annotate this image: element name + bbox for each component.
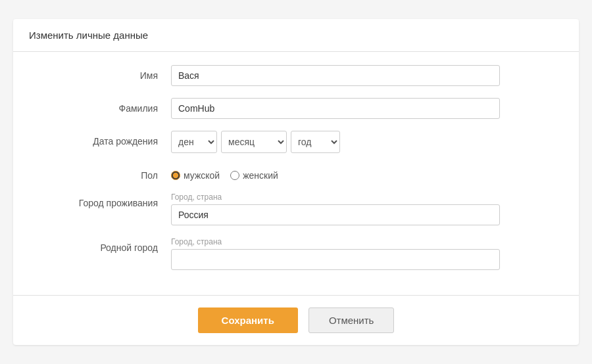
last-name-label: Фамилия [39, 98, 171, 114]
day-select[interactable]: ден [171, 131, 217, 153]
city-hint: Город, страна [171, 193, 553, 202]
form-title: Изменить личные данные [29, 30, 148, 41]
birth-date-label: Дата рождения [39, 131, 171, 147]
first-name-input[interactable] [171, 65, 500, 86]
form-body: Имя Фамилия Дата рождения ден месяц [13, 52, 579, 295]
gender-radio-group: мужской женский [171, 165, 553, 181]
gender-female-radio[interactable] [230, 171, 239, 180]
hometown-wrap: Город, страна [171, 237, 553, 270]
hometown-label: Родной город [39, 237, 171, 253]
gender-male-label: мужской [184, 170, 220, 181]
city-wrap: Город, страна [171, 193, 553, 225]
hometown-input[interactable] [171, 249, 500, 270]
gender-female-label: женский [243, 170, 278, 181]
first-name-wrap [171, 65, 553, 86]
gender-label: Пол [39, 165, 171, 181]
gender-wrap: мужской женский [171, 165, 553, 181]
first-name-row: Имя [39, 65, 553, 86]
form-container: Изменить личные данные Имя Фамилия Дата … [13, 19, 579, 345]
birth-date-row: Дата рождения ден месяц год [39, 131, 553, 153]
form-footer: Сохранить Отменить [13, 295, 579, 345]
city-row: Город проживания Город, страна [39, 193, 553, 225]
last-name-input[interactable] [171, 98, 500, 119]
form-header: Изменить личные данные [13, 19, 579, 52]
last-name-row: Фамилия [39, 98, 553, 119]
birth-date-wrap: ден месяц год [171, 131, 553, 153]
city-label: Город проживания [39, 193, 171, 208]
first-name-label: Имя [39, 65, 171, 81]
hometown-hint: Город, страна [171, 237, 553, 246]
city-input[interactable] [171, 204, 500, 225]
last-name-wrap [171, 98, 553, 119]
cancel-button[interactable]: Отменить [308, 307, 395, 333]
gender-female-option[interactable]: женский [230, 170, 278, 181]
gender-male-option[interactable]: мужской [171, 170, 220, 181]
month-select[interactable]: месяц [221, 131, 287, 153]
hometown-row: Родной город Город, страна [39, 237, 553, 270]
date-selects: ден месяц год [171, 131, 553, 153]
year-select[interactable]: год [291, 131, 340, 153]
gender-male-radio[interactable] [171, 171, 180, 180]
gender-row: Пол мужской женский [39, 165, 553, 181]
save-button[interactable]: Сохранить [198, 307, 298, 333]
